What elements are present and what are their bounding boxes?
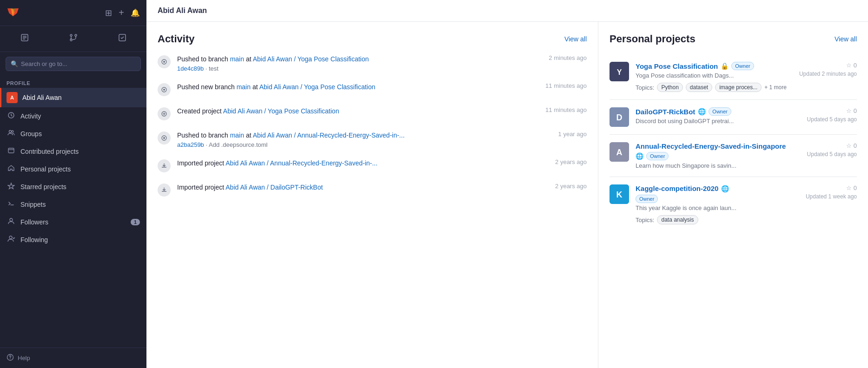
star-icon[interactable]: ☆ — [846, 142, 852, 149]
activity-time: 2 years ago — [555, 158, 587, 165]
more-topics: + 1 more — [764, 84, 787, 91]
search-bar[interactable]: 🔍 Search or go to... — [6, 57, 141, 71]
page-title: Abid Ali Awan — [158, 7, 207, 14]
sidebar-item-activity[interactable]: Activity — [0, 107, 146, 125]
project-card: A Annual-Recycled-Energy-Saved-in-Singap… — [610, 135, 857, 177]
star-icon[interactable]: ☆ — [846, 107, 852, 114]
activity-time: 11 minutes ago — [545, 82, 587, 89]
lock-icon: 🔒 — [721, 62, 729, 70]
activity-section: Activity View all Pushed to branch main … — [146, 22, 598, 368]
topic-badge[interactable]: dataset — [686, 83, 712, 92]
following-icon — [7, 235, 16, 244]
svg-point-15 — [10, 358, 10, 359]
personal-label: Personal projects — [20, 165, 71, 173]
activity-time: 2 minutes ago — [549, 54, 587, 61]
starred-icon — [7, 182, 16, 191]
project-name[interactable]: Yoga Pose Classification — [636, 62, 718, 70]
main-content: Abid Ali Awan Activity View all Pushed t… — [146, 0, 868, 368]
branch-link[interactable]: main — [237, 83, 251, 91]
activity-title: Activity — [158, 33, 194, 45]
sidebar-item-followers[interactable]: Followers 1 — [0, 213, 146, 231]
project-topics: Topics: Python dataset image proces... +… — [636, 83, 793, 92]
owner-badge: Owner — [636, 195, 658, 203]
activity-title-text: Created project Abid Ali Awan / Yoga Pos… — [177, 106, 534, 116]
user-avatar: A — [7, 92, 18, 103]
globe-icon: 🌐 — [721, 185, 729, 192]
project-avatar: A — [610, 142, 629, 162]
sidebar-item-snippets[interactable]: Snippets — [0, 196, 146, 213]
activity-item: Pushed to branch main at Abid Ali Awan /… — [158, 131, 587, 148]
project-name[interactable]: DailoGPT-RickBot — [636, 108, 695, 116]
help-footer[interactable]: Help — [0, 348, 146, 368]
project-name-row: Kaggle-competition-2020 🌐 — [636, 184, 799, 192]
svg-text:D: D — [616, 113, 623, 122]
starred-label: Starred projects — [20, 183, 66, 191]
project-info: DailoGPT-RickBot 🌐 Owner Discord bot usi… — [636, 107, 801, 125]
projects-header: Personal projects View all — [610, 33, 857, 45]
star-icon[interactable]: ☆ — [846, 184, 852, 191]
sidebar-item-personal[interactable]: Personal projects — [0, 160, 146, 178]
projects-title: Personal projects — [610, 33, 696, 45]
project-info: Kaggle-competition-2020 🌐 Owner This yea… — [636, 184, 799, 224]
sidebar-item-contributed[interactable]: Contributed projects — [0, 143, 146, 160]
sidebar-icon[interactable]: ⊞ — [105, 8, 112, 18]
svg-rect-11 — [8, 148, 14, 153]
project-avatar: K — [610, 184, 629, 204]
project-meta: ☆ 0 Updated 1 week ago — [806, 184, 857, 200]
issues-icon[interactable] — [16, 31, 33, 47]
project-topics: Topics: data analysis — [636, 215, 799, 224]
commit-hash[interactable]: 1de4c89b — [177, 65, 204, 72]
activity-content: Imported project Abid Ali Awan / Annual-… — [177, 158, 544, 168]
create-icon-wrap — [158, 107, 171, 120]
notification-icon[interactable]: 🔔 — [131, 8, 140, 17]
new-item-icon[interactable]: + — [119, 7, 124, 18]
help-label: Help — [18, 355, 30, 361]
sidebar-top-icons: ⊞ + 🔔 — [105, 7, 140, 18]
star-row: ☆ 0 — [846, 184, 857, 191]
sidebar-item-following[interactable]: Following — [0, 231, 146, 249]
repo-link[interactable]: Abid Ali Awan / Yoga Pose Classification — [223, 107, 339, 115]
snippets-label: Snippets — [20, 201, 46, 208]
repo-link[interactable]: Abid Ali Awan / DailoGPT-RickBot — [225, 184, 323, 191]
project-name[interactable]: Kaggle-competition-2020 — [636, 184, 718, 192]
updated-text: Updated 5 days ago — [807, 151, 857, 158]
repo-link[interactable]: Abid Ali Awan / Yoga Pose Classification — [253, 55, 369, 63]
project-card: D DailoGPT-RickBot 🌐 Owner Discord bot u… — [610, 100, 857, 135]
commit-hash[interactable]: a2ba259b — [177, 141, 204, 148]
projects-view-all[interactable]: View all — [835, 35, 857, 43]
star-row: ☆ 0 — [846, 62, 857, 69]
activity-view-all[interactable]: View all — [564, 35, 587, 43]
projects-section: Personal projects View all Y Yoga Pose C… — [598, 22, 868, 368]
activity-content: Pushed new branch main at Abid Ali Awan … — [177, 82, 534, 92]
repo-link[interactable]: Abid Ali Awan / Yoga Pose Classification — [259, 83, 376, 91]
repo-link[interactable]: Abid Ali Awan / Annual-Recycled-Energy-S… — [225, 159, 378, 167]
sidebar-item-starred[interactable]: Starred projects — [0, 178, 146, 196]
repo-link[interactable]: Abid Ali Awan / Annual-Recycled-Energy-S… — [253, 131, 405, 139]
activity-label: Activity — [20, 112, 41, 120]
sidebar: ⊞ + 🔔 🔍 Search or go to... Profile A Abi… — [0, 0, 146, 368]
project-meta: ☆ 0 Updated 5 days ago — [807, 107, 857, 123]
sidebar-item-profile[interactable]: A Abid Ali Awan — [0, 88, 146, 107]
activity-title-text: Pushed to branch main at Abid Ali Awan /… — [177, 131, 547, 140]
topic-badge[interactable]: data analysis — [657, 215, 698, 224]
star-icon[interactable]: ☆ — [846, 62, 852, 69]
gitlab-logo[interactable] — [7, 5, 20, 21]
topic-badge[interactable]: Python — [657, 83, 682, 92]
merge-requests-icon[interactable] — [65, 31, 82, 47]
svg-text:A: A — [616, 148, 623, 157]
star-count: 0 — [854, 107, 857, 114]
topic-badge[interactable]: image proces... — [715, 83, 762, 92]
project-desc: Yoga Pose classification with Dags... — [636, 72, 793, 79]
branch-link[interactable]: main — [230, 131, 244, 139]
project-name[interactable]: Annual-Recycled-Energy-Saved-in-Singapor… — [636, 142, 786, 150]
sidebar-item-groups[interactable]: Groups — [0, 125, 146, 143]
todo-icon[interactable] — [113, 31, 131, 47]
svg-point-4 — [70, 34, 72, 36]
owner-badge: Owner — [646, 152, 669, 160]
branch-link[interactable]: main — [230, 55, 244, 63]
updated-text: Updated 1 week ago — [806, 193, 857, 200]
sidebar-section-label: Profile — [0, 76, 146, 88]
activity-content: Imported project Abid Ali Awan / DailoGP… — [177, 183, 544, 192]
followers-label: Followers — [20, 218, 48, 226]
star-row: ☆ 0 — [846, 107, 857, 114]
